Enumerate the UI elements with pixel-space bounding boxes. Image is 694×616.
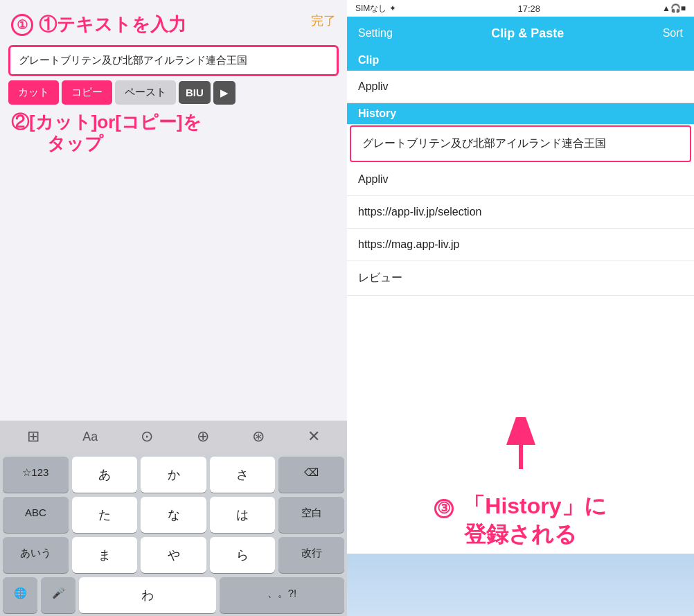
toolbar-row: カット コピー ペースト BIU ▶: [8, 80, 339, 105]
key-a[interactable]: あ: [72, 457, 138, 493]
paste-button[interactable]: ペースト: [115, 80, 176, 105]
key-return[interactable]: 改行: [278, 537, 344, 573]
key-wa[interactable]: わ: [79, 577, 216, 613]
target-icon[interactable]: ⊛: [252, 428, 265, 446]
right-panel: SIMなし ✦ 17:28 ▲🎧■ Setting Clip & Paste S…: [347, 0, 694, 616]
key-delete[interactable]: ⌫: [278, 457, 344, 493]
grid-icon[interactable]: ⊞: [27, 428, 39, 446]
step2-annotation: ②[カット]or[コピー]を タップ: [0, 109, 347, 156]
signal-text: SIMなし ✦: [355, 3, 396, 15]
plus-icon[interactable]: ⊕: [197, 428, 209, 446]
close-icon[interactable]: ✕: [308, 428, 320, 446]
step3-annotation: ③ 「History」に 登録される: [347, 478, 694, 554]
nav-bar: Setting Clip & Paste Sort: [347, 17, 694, 50]
key-mic[interactable]: 🎤: [41, 577, 75, 613]
key-ha[interactable]: は: [210, 497, 276, 533]
text-content: グレートブリテン及び北部アイルランド連合王国: [19, 54, 247, 66]
check-icon[interactable]: ⊙: [141, 428, 153, 446]
sort-button[interactable]: Sort: [663, 27, 683, 39]
font-icon[interactable]: Aa: [82, 430, 98, 444]
status-right: ▲🎧■: [662, 3, 686, 13]
status-time: 17:28: [518, 3, 541, 14]
step3-line2: 登録される: [358, 520, 683, 549]
history-item-2[interactable]: https://app-liv.jp/selection: [347, 196, 694, 229]
more-button[interactable]: ▶: [213, 81, 235, 105]
left-panel: ① ①テキストを入力 完了 グレートブリテン及び北部アイルランド連合王国 カット…: [0, 0, 347, 616]
history-section-header: History: [347, 103, 694, 124]
key-punct[interactable]: 、。?!: [220, 577, 344, 613]
history-item-0[interactable]: グレートブリテン及び北部アイルランド連合王国: [350, 125, 691, 162]
step1-label: ① ①テキストを入力: [0, 0, 347, 41]
key-ma[interactable]: ま: [72, 537, 138, 573]
history-list: グレートブリテン及び北部アイルランド連合王国 Appliv https://ap…: [347, 124, 694, 412]
step3-line1: ③ 「History」に: [358, 492, 683, 521]
key-ya[interactable]: や: [141, 537, 206, 573]
key-ta[interactable]: た: [72, 497, 138, 533]
text-input[interactable]: グレートブリテン及び北部アイルランド連合王国: [8, 45, 339, 76]
key-globe[interactable]: 🌐: [3, 577, 37, 613]
step1-circle: ①: [11, 14, 33, 36]
key-na[interactable]: な: [141, 497, 206, 533]
clip-item-appliv[interactable]: Appliv: [347, 71, 694, 103]
step3-circle: ③: [434, 499, 454, 518]
history-item-1[interactable]: Appliv: [347, 164, 694, 196]
keyboard: ☆123 あ か さ ⌫ ABC た な は 空白 あいう ま や ら 改行 🌐…: [0, 452, 347, 616]
format-button[interactable]: BIU: [179, 81, 211, 104]
nav-title: Clip & Paste: [491, 26, 564, 41]
key-sa[interactable]: さ: [210, 457, 276, 493]
copy-button[interactable]: コピー: [62, 80, 112, 105]
step1-text: ①テキストを入力: [39, 12, 186, 37]
key-abc[interactable]: ABC: [3, 497, 69, 533]
key-space[interactable]: 空白: [278, 497, 344, 533]
kb-row-4: 🌐 🎤 わ 、。?!: [3, 577, 344, 613]
key-ka[interactable]: か: [141, 457, 206, 493]
kb-row-2: ABC た な は 空白: [3, 497, 344, 533]
status-bar: SIMなし ✦ 17:28 ▲🎧■: [347, 0, 694, 17]
key-123[interactable]: ☆123: [3, 457, 69, 493]
bottom-image-blur: [347, 554, 694, 616]
kb-row-3: あいう ま や ら 改行: [3, 537, 344, 573]
cut-button[interactable]: カット: [8, 80, 59, 105]
up-arrow-svg: [500, 417, 542, 473]
history-item-3[interactable]: https://mag.app-liv.jp: [347, 229, 694, 261]
key-aiu[interactable]: あいう: [3, 537, 69, 573]
kb-row-1: ☆123 あ か さ ⌫: [3, 457, 344, 493]
setting-button[interactable]: Setting: [358, 27, 393, 39]
step2-line1: ②[カット]or[コピー]を: [11, 112, 336, 133]
done-label[interactable]: 完了: [311, 12, 336, 29]
arrow-annotation: [347, 417, 694, 473]
battery-icons: ▲🎧■: [662, 3, 686, 13]
status-left: SIMなし ✦: [355, 3, 396, 15]
step2-line2: タップ: [11, 133, 336, 155]
keyboard-toolbar: ⊞ Aa ⊙ ⊕ ⊛ ✕: [0, 421, 347, 452]
history-item-4[interactable]: レビュー: [347, 261, 694, 296]
key-ra[interactable]: ら: [210, 537, 276, 573]
clip-section-header: Clip: [347, 50, 694, 71]
